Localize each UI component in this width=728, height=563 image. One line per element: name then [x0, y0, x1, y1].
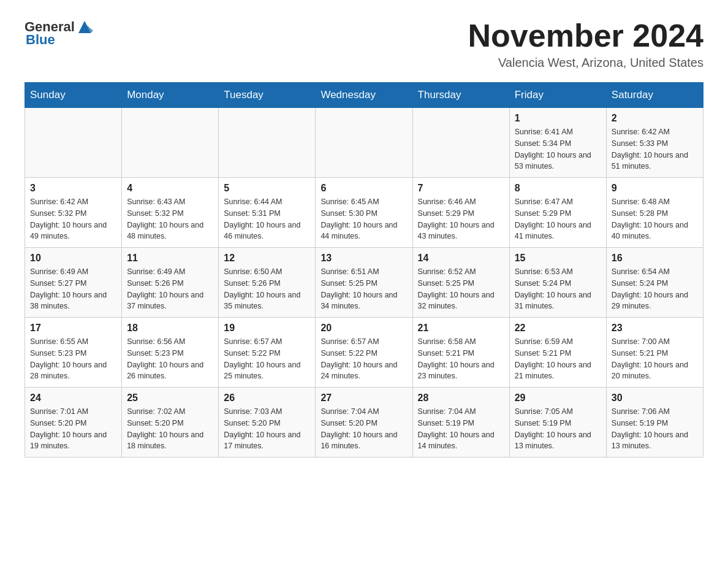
calendar-cell: 11Sunrise: 6:49 AMSunset: 5:26 PMDayligh…	[122, 248, 219, 318]
day-info: Sunrise: 6:49 AMSunset: 5:26 PMDaylight:…	[127, 266, 213, 312]
day-number: 8	[515, 183, 601, 194]
calendar-cell	[412, 108, 509, 178]
day-number: 10	[30, 253, 116, 264]
day-number: 9	[612, 183, 698, 194]
day-number: 26	[224, 393, 310, 404]
calendar-cell: 12Sunrise: 6:50 AMSunset: 5:26 PMDayligh…	[219, 248, 316, 318]
week-row-1: 1Sunrise: 6:41 AMSunset: 5:34 PMDaylight…	[25, 108, 703, 178]
logo-blue: Blue	[26, 32, 55, 48]
calendar-cell: 3Sunrise: 6:42 AMSunset: 5:32 PMDaylight…	[25, 178, 122, 248]
day-number: 4	[127, 183, 213, 194]
calendar-cell: 9Sunrise: 6:48 AMSunset: 5:28 PMDaylight…	[606, 178, 703, 248]
calendar-cell: 28Sunrise: 7:04 AMSunset: 5:19 PMDayligh…	[412, 388, 509, 458]
calendar-cell: 30Sunrise: 7:06 AMSunset: 5:19 PMDayligh…	[606, 388, 703, 458]
title-block: November 2024 Valencia West, Arizona, Un…	[468, 18, 703, 70]
calendar-cell: 15Sunrise: 6:53 AMSunset: 5:24 PMDayligh…	[509, 248, 606, 318]
day-number: 7	[418, 183, 504, 194]
location-title: Valencia West, Arizona, United States	[468, 56, 703, 70]
calendar-cell: 27Sunrise: 7:04 AMSunset: 5:20 PMDayligh…	[316, 388, 412, 458]
day-info: Sunrise: 6:47 AMSunset: 5:29 PMDaylight:…	[515, 196, 601, 242]
calendar-cell: 1Sunrise: 6:41 AMSunset: 5:34 PMDaylight…	[509, 108, 606, 178]
col-wednesday: Wednesday	[316, 83, 412, 108]
day-number: 29	[515, 393, 601, 404]
day-number: 27	[320, 393, 407, 404]
calendar-table: Sunday Monday Tuesday Wednesday Thursday…	[25, 82, 703, 458]
calendar-cell: 22Sunrise: 6:59 AMSunset: 5:21 PMDayligh…	[509, 318, 606, 388]
day-info: Sunrise: 6:46 AMSunset: 5:29 PMDaylight:…	[418, 196, 504, 242]
day-info: Sunrise: 6:51 AMSunset: 5:25 PMDaylight:…	[320, 266, 407, 312]
calendar-cell: 17Sunrise: 6:55 AMSunset: 5:23 PMDayligh…	[25, 318, 122, 388]
day-number: 14	[418, 253, 504, 264]
day-number: 15	[515, 253, 601, 264]
day-info: Sunrise: 6:54 AMSunset: 5:24 PMDaylight:…	[612, 266, 698, 312]
day-number: 30	[612, 393, 698, 404]
col-sunday: Sunday	[25, 83, 122, 108]
day-info: Sunrise: 6:59 AMSunset: 5:21 PMDaylight:…	[515, 336, 601, 382]
day-number: 11	[127, 253, 213, 264]
calendar-cell: 13Sunrise: 6:51 AMSunset: 5:25 PMDayligh…	[316, 248, 412, 318]
calendar-cell: 21Sunrise: 6:58 AMSunset: 5:21 PMDayligh…	[412, 318, 509, 388]
day-number: 16	[612, 253, 698, 264]
day-info: Sunrise: 6:55 AMSunset: 5:23 PMDaylight:…	[30, 336, 116, 382]
calendar-cell: 24Sunrise: 7:01 AMSunset: 5:20 PMDayligh…	[25, 388, 122, 458]
calendar-cell	[122, 108, 219, 178]
day-info: Sunrise: 6:45 AMSunset: 5:30 PMDaylight:…	[320, 196, 407, 242]
calendar-cell	[316, 108, 412, 178]
calendar-cell	[219, 108, 316, 178]
day-info: Sunrise: 6:43 AMSunset: 5:32 PMDaylight:…	[127, 196, 213, 242]
day-info: Sunrise: 6:58 AMSunset: 5:21 PMDaylight:…	[418, 336, 504, 382]
day-info: Sunrise: 7:00 AMSunset: 5:21 PMDaylight:…	[612, 336, 698, 382]
col-monday: Monday	[122, 83, 219, 108]
calendar-cell: 5Sunrise: 6:44 AMSunset: 5:31 PMDaylight…	[219, 178, 316, 248]
day-number: 17	[30, 323, 116, 334]
day-info: Sunrise: 6:50 AMSunset: 5:26 PMDaylight:…	[224, 266, 310, 312]
day-info: Sunrise: 7:01 AMSunset: 5:20 PMDaylight:…	[30, 406, 116, 452]
day-number: 23	[612, 323, 698, 334]
col-friday: Friday	[509, 83, 606, 108]
week-row-5: 24Sunrise: 7:01 AMSunset: 5:20 PMDayligh…	[25, 388, 703, 458]
calendar-cell: 4Sunrise: 6:43 AMSunset: 5:32 PMDaylight…	[122, 178, 219, 248]
day-info: Sunrise: 6:42 AMSunset: 5:33 PMDaylight:…	[612, 126, 698, 172]
calendar-cell: 14Sunrise: 6:52 AMSunset: 5:25 PMDayligh…	[412, 248, 509, 318]
day-info: Sunrise: 6:42 AMSunset: 5:32 PMDaylight:…	[30, 196, 116, 242]
day-info: Sunrise: 7:02 AMSunset: 5:20 PMDaylight:…	[127, 406, 213, 452]
calendar-cell: 7Sunrise: 6:46 AMSunset: 5:29 PMDaylight…	[412, 178, 509, 248]
day-info: Sunrise: 6:57 AMSunset: 5:22 PMDaylight:…	[320, 336, 407, 382]
day-info: Sunrise: 7:06 AMSunset: 5:19 PMDaylight:…	[612, 406, 698, 452]
calendar-cell	[25, 108, 122, 178]
logo-icon	[76, 18, 93, 36]
calendar-cell: 26Sunrise: 7:03 AMSunset: 5:20 PMDayligh…	[219, 388, 316, 458]
calendar-cell: 8Sunrise: 6:47 AMSunset: 5:29 PMDaylight…	[509, 178, 606, 248]
page-header: General Blue November 2024 Valencia West…	[25, 18, 703, 70]
col-saturday: Saturday	[606, 83, 703, 108]
calendar-cell: 25Sunrise: 7:02 AMSunset: 5:20 PMDayligh…	[122, 388, 219, 458]
calendar-cell: 23Sunrise: 7:00 AMSunset: 5:21 PMDayligh…	[606, 318, 703, 388]
day-number: 22	[515, 323, 601, 334]
day-number: 6	[320, 183, 407, 194]
day-info: Sunrise: 7:04 AMSunset: 5:19 PMDaylight:…	[418, 406, 504, 452]
month-title: November 2024	[468, 18, 703, 53]
calendar-cell: 29Sunrise: 7:05 AMSunset: 5:19 PMDayligh…	[509, 388, 606, 458]
calendar-cell: 6Sunrise: 6:45 AMSunset: 5:30 PMDaylight…	[316, 178, 412, 248]
day-info: Sunrise: 6:41 AMSunset: 5:34 PMDaylight:…	[515, 126, 601, 172]
day-number: 19	[224, 323, 310, 334]
day-info: Sunrise: 6:56 AMSunset: 5:23 PMDaylight:…	[127, 336, 213, 382]
day-info: Sunrise: 7:05 AMSunset: 5:19 PMDaylight:…	[515, 406, 601, 452]
day-info: Sunrise: 6:57 AMSunset: 5:22 PMDaylight:…	[224, 336, 310, 382]
day-number: 5	[224, 183, 310, 194]
calendar-cell: 18Sunrise: 6:56 AMSunset: 5:23 PMDayligh…	[122, 318, 219, 388]
calendar-header-row: Sunday Monday Tuesday Wednesday Thursday…	[25, 83, 703, 108]
day-info: Sunrise: 6:52 AMSunset: 5:25 PMDaylight:…	[418, 266, 504, 312]
day-number: 13	[320, 253, 407, 264]
day-info: Sunrise: 6:53 AMSunset: 5:24 PMDaylight:…	[515, 266, 601, 312]
day-info: Sunrise: 7:03 AMSunset: 5:20 PMDaylight:…	[224, 406, 310, 452]
day-info: Sunrise: 6:48 AMSunset: 5:28 PMDaylight:…	[612, 196, 698, 242]
day-number: 21	[418, 323, 504, 334]
calendar-cell: 2Sunrise: 6:42 AMSunset: 5:33 PMDaylight…	[606, 108, 703, 178]
day-number: 12	[224, 253, 310, 264]
day-info: Sunrise: 6:49 AMSunset: 5:27 PMDaylight:…	[30, 266, 116, 312]
week-row-3: 10Sunrise: 6:49 AMSunset: 5:27 PMDayligh…	[25, 248, 703, 318]
day-number: 2	[612, 113, 698, 124]
day-number: 1	[515, 113, 601, 124]
calendar-cell: 10Sunrise: 6:49 AMSunset: 5:27 PMDayligh…	[25, 248, 122, 318]
